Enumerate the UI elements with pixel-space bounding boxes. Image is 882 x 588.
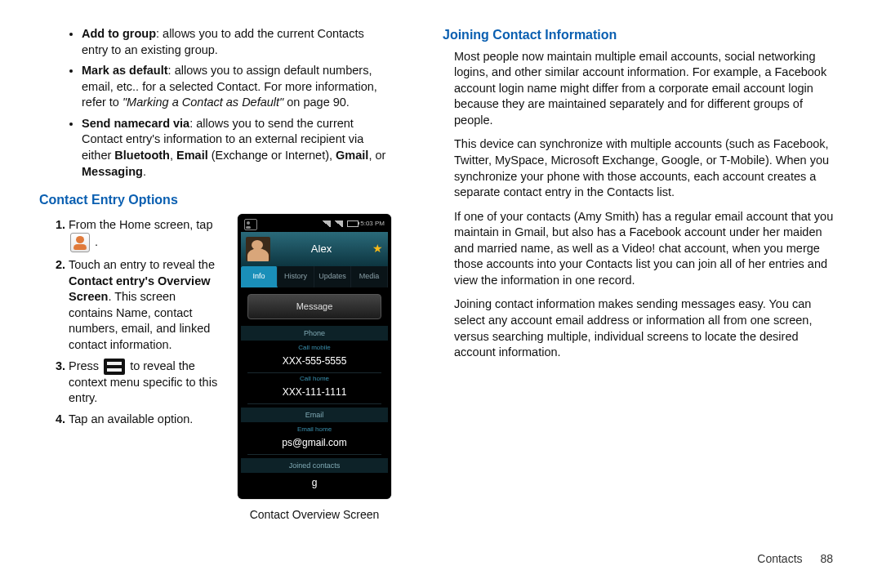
figure-caption: Contact Overview Screen bbox=[238, 507, 391, 523]
page-footer: Contacts 88 bbox=[757, 551, 833, 567]
footer-page-number: 88 bbox=[820, 552, 833, 565]
favorite-star-icon: ★ bbox=[372, 241, 383, 256]
tab-updates[interactable]: Updates bbox=[314, 266, 351, 287]
bullet-mark-as-default: Mark as default: allows you to assign de… bbox=[82, 63, 390, 111]
paragraph: Most people now maintain multiple email … bbox=[454, 49, 838, 129]
label-call-mobile: Call mobile bbox=[247, 342, 381, 353]
bullet-add-to-group: Add to group: allows you to add the curr… bbox=[82, 26, 390, 58]
term: Mark as default bbox=[82, 64, 168, 77]
value-joined[interactable]: g bbox=[247, 474, 381, 494]
cross-reference: "Marking a Contact as Default" bbox=[122, 96, 283, 109]
step-3: Press to reveal the context menu specifi… bbox=[69, 359, 223, 407]
phone-mockup: 5:03 PM Alex ★ Info History Updates Medi… bbox=[238, 214, 391, 500]
paragraph: This device can synchronize with multipl… bbox=[454, 136, 838, 200]
step-4: Tap an available option. bbox=[69, 412, 223, 428]
contact-name: Alex bbox=[277, 242, 366, 256]
term: Add to group bbox=[82, 27, 156, 40]
battery-icon bbox=[347, 220, 359, 227]
tab-info[interactable]: Info bbox=[241, 266, 278, 287]
message-button[interactable]: Message bbox=[247, 294, 381, 319]
heading-contact-entry-options: Contact Entry Options bbox=[39, 191, 390, 209]
signal-icon bbox=[335, 220, 343, 227]
section-joined: Joined contacts bbox=[241, 458, 388, 473]
section-phone: Phone bbox=[241, 326, 388, 341]
bullet-send-namecard: Send namecard via: allows you to send th… bbox=[82, 116, 390, 180]
avatar bbox=[246, 237, 270, 261]
step-2: Touch an entry to reveal the Contact ent… bbox=[69, 257, 223, 353]
label-call-home: Call home bbox=[247, 373, 381, 384]
contact-tabs: Info History Updates Media bbox=[241, 266, 388, 287]
contact-header: Alex ★ bbox=[241, 232, 388, 266]
tab-history[interactable]: History bbox=[278, 266, 314, 287]
figure-contact-overview: 5:03 PM Alex ★ Info History Updates Medi… bbox=[238, 214, 391, 523]
paragraph: If one of your contacts (Amy Smith) has … bbox=[454, 209, 838, 289]
value-call-mobile[interactable]: XXX-555-5555 bbox=[247, 353, 381, 373]
steps-list: From the Home screen, tap . Touch an ent… bbox=[39, 217, 223, 428]
step-1: From the Home screen, tap . bbox=[69, 217, 223, 253]
menu-hardkey-icon bbox=[104, 359, 125, 375]
value-call-home[interactable]: XXX-111-1111 bbox=[247, 384, 381, 404]
section-email: Email bbox=[241, 408, 388, 422]
namecard-icon bbox=[244, 219, 257, 230]
tab-media[interactable]: Media bbox=[351, 266, 388, 287]
contacts-app-icon bbox=[70, 233, 90, 252]
value-email-home[interactable]: ps@gmail.com bbox=[247, 434, 381, 455]
status-time: 5:03 PM bbox=[360, 220, 385, 229]
context-menu-options: Add to group: allows you to add the curr… bbox=[39, 26, 390, 180]
heading-joining-contact-info: Joining Contact Information bbox=[443, 26, 843, 44]
footer-section: Contacts bbox=[757, 552, 802, 565]
term: Send namecard via bbox=[82, 117, 189, 130]
paragraph: Joining contact information makes sendin… bbox=[454, 296, 838, 360]
signal-icon bbox=[323, 220, 331, 227]
phone-status-bar: 5:03 PM bbox=[241, 217, 388, 232]
label-email-home: Email home bbox=[247, 424, 381, 434]
